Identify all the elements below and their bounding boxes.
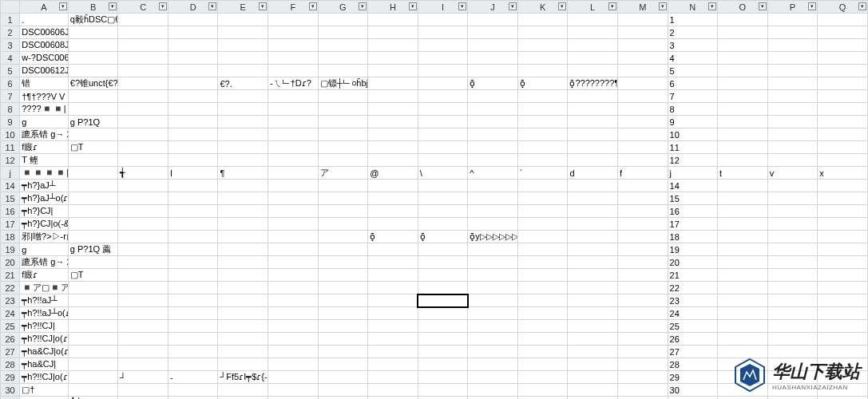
cell[interactable] bbox=[617, 307, 668, 320]
cell[interactable] bbox=[318, 192, 368, 205]
cell[interactable] bbox=[268, 320, 319, 333]
cell[interactable] bbox=[468, 269, 518, 282]
cell[interactable] bbox=[168, 346, 218, 358]
cell[interactable] bbox=[368, 65, 418, 77]
cell[interactable] bbox=[767, 269, 818, 282]
cell[interactable] bbox=[818, 243, 868, 256]
cell[interactable] bbox=[418, 243, 468, 256]
cell[interactable] bbox=[168, 218, 218, 231]
cell[interactable] bbox=[218, 154, 268, 167]
cell[interactable] bbox=[517, 371, 568, 384]
cell[interactable] bbox=[68, 26, 118, 39]
cell[interactable] bbox=[718, 65, 768, 77]
cell[interactable] bbox=[318, 141, 368, 154]
row-header[interactable]: 22 bbox=[1, 282, 20, 294]
cell[interactable]: T 鲣 bbox=[20, 154, 69, 167]
col-J[interactable]: J▾ bbox=[468, 1, 518, 14]
cell[interactable] bbox=[218, 116, 268, 128]
cell[interactable]: ┯h?!!CJ| bbox=[20, 320, 69, 333]
cell[interactable] bbox=[368, 180, 418, 192]
cell[interactable] bbox=[68, 154, 118, 167]
cell[interactable] bbox=[517, 269, 568, 282]
cell[interactable] bbox=[268, 39, 319, 52]
cell[interactable] bbox=[718, 205, 768, 218]
cell[interactable] bbox=[68, 192, 118, 205]
cell[interactable]: ǭ bbox=[517, 77, 568, 90]
cell[interactable] bbox=[318, 231, 368, 243]
cell[interactable]: ┯h?!!CJ|o(ɾ bbox=[20, 371, 69, 384]
cell[interactable] bbox=[468, 116, 518, 128]
cell[interactable] bbox=[517, 154, 568, 167]
row-header[interactable]: 6 bbox=[1, 77, 20, 90]
filter-icon[interactable]: ▾ bbox=[359, 2, 367, 10]
cell[interactable]: †¶†???V V 6→ bbox=[20, 90, 69, 103]
cell[interactable] bbox=[568, 65, 618, 77]
cell[interactable] bbox=[168, 90, 218, 103]
cell[interactable] bbox=[218, 180, 268, 192]
cell[interactable] bbox=[418, 384, 468, 397]
row-header[interactable]: 30 bbox=[1, 384, 20, 397]
cell[interactable] bbox=[318, 320, 368, 333]
cell[interactable] bbox=[568, 205, 618, 218]
cell[interactable] bbox=[767, 294, 818, 307]
cell[interactable] bbox=[168, 384, 218, 397]
col-H[interactable]: H▾ bbox=[368, 1, 418, 14]
cell[interactable] bbox=[568, 269, 618, 282]
row-header[interactable]: 9 bbox=[1, 116, 20, 128]
cell[interactable] bbox=[268, 167, 319, 180]
row-header[interactable]: 21 bbox=[1, 269, 20, 282]
cell[interactable] bbox=[318, 294, 368, 307]
cell[interactable]: \ bbox=[418, 167, 468, 180]
cell[interactable] bbox=[368, 192, 418, 205]
cell[interactable] bbox=[468, 333, 518, 346]
row-header[interactable]: 15 bbox=[1, 192, 20, 205]
cell[interactable]: g bbox=[20, 116, 69, 128]
cell[interactable] bbox=[517, 116, 568, 128]
cell[interactable] bbox=[268, 141, 319, 154]
cell[interactable] bbox=[818, 282, 868, 294]
cell[interactable] bbox=[318, 307, 368, 320]
cell[interactable] bbox=[718, 192, 768, 205]
cell[interactable] bbox=[168, 180, 218, 192]
filter-icon[interactable]: ▾ bbox=[708, 2, 716, 10]
cell[interactable] bbox=[718, 282, 768, 294]
cell[interactable]: 3 bbox=[668, 39, 718, 52]
cell[interactable] bbox=[767, 346, 818, 358]
cell[interactable] bbox=[68, 65, 118, 77]
cell[interactable] bbox=[168, 103, 218, 116]
cell[interactable]: 30 bbox=[668, 384, 718, 397]
cell[interactable] bbox=[218, 294, 268, 307]
cell[interactable]: ▢T bbox=[68, 269, 118, 282]
cell[interactable] bbox=[118, 65, 168, 77]
cell[interactable] bbox=[617, 243, 668, 256]
cell[interactable] bbox=[318, 346, 368, 358]
cell[interactable] bbox=[218, 65, 268, 77]
cell[interactable] bbox=[418, 65, 468, 77]
cell[interactable]: 24 bbox=[668, 307, 718, 320]
cell[interactable] bbox=[118, 333, 168, 346]
cell[interactable] bbox=[118, 397, 168, 400]
cell[interactable] bbox=[168, 231, 218, 243]
cell[interactable] bbox=[517, 282, 568, 294]
cell[interactable]: ┘ bbox=[118, 371, 168, 384]
cell[interactable]: j bbox=[668, 167, 718, 180]
cell[interactable] bbox=[268, 218, 319, 231]
cell[interactable] bbox=[568, 14, 618, 26]
cell[interactable]: 邪|噌?>▷-r▢†Bɾ? ▢镖┼←ĥbjbjqPqP◾╻2(‼:ɾ‼:ɾ? bbox=[20, 231, 69, 243]
cell[interactable]: 20 bbox=[668, 256, 718, 269]
cell[interactable] bbox=[517, 180, 568, 192]
cell[interactable] bbox=[818, 90, 868, 103]
cell[interactable] bbox=[418, 141, 468, 154]
cell[interactable] bbox=[418, 307, 468, 320]
cell[interactable] bbox=[168, 141, 218, 154]
cell[interactable]: ┯h?}aJ┴ bbox=[20, 180, 69, 192]
cell[interactable] bbox=[68, 358, 118, 371]
cell[interactable]: ǭy▷▷▷▷▷▷▷▷?▷▢▢▢▢¶¶X ▢¶??????????┼ ╻I I I… bbox=[468, 231, 518, 243]
cell[interactable] bbox=[617, 39, 668, 52]
cell[interactable] bbox=[568, 243, 618, 256]
row-header[interactable]: j bbox=[1, 167, 20, 180]
cell[interactable] bbox=[318, 39, 368, 52]
cell[interactable]: @ bbox=[368, 167, 418, 180]
cell[interactable] bbox=[268, 243, 319, 256]
cell[interactable] bbox=[818, 294, 868, 307]
